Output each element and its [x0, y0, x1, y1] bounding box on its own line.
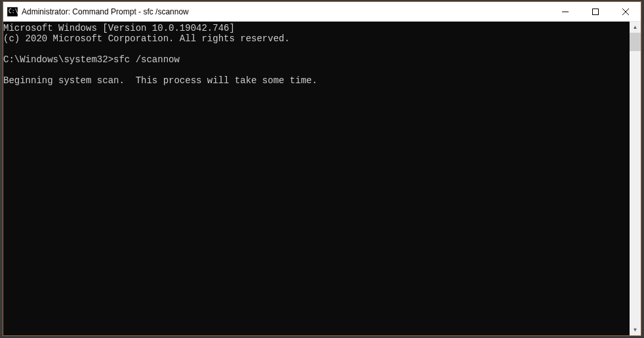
terminal-area: Microsoft Windows [Version 10.0.19042.74…: [3, 22, 641, 335]
window-controls: [550, 2, 641, 21]
terminal-command: sfc /scannow: [113, 54, 180, 65]
close-button[interactable]: [611, 2, 641, 21]
chevron-down-icon: ▼: [633, 327, 638, 333]
terminal-output[interactable]: Microsoft Windows [Version 10.0.19042.74…: [3, 22, 630, 335]
terminal-line: (c) 2020 Microsoft Corporation. All righ…: [3, 33, 290, 44]
scrollbar-up-button[interactable]: ▲: [630, 22, 641, 33]
maximize-button[interactable]: [580, 2, 611, 21]
terminal-line: Microsoft Windows [Version 10.0.19042.74…: [3, 23, 235, 33]
scrollbar-thumb[interactable]: [630, 33, 641, 51]
titlebar[interactable]: C:\ Administrator: Command Prompt - sfc …: [3, 2, 641, 22]
minimize-button[interactable]: [550, 2, 580, 21]
window-title: Administrator: Command Prompt - sfc /sca…: [22, 7, 550, 16]
minimize-icon: [562, 9, 569, 15]
cmd-icon: C:\: [7, 7, 18, 17]
svg-rect-3: [593, 9, 599, 14]
maximize-icon: [592, 9, 599, 15]
command-prompt-window: C:\ Administrator: Command Prompt - sfc …: [3, 1, 641, 336]
scrollbar-down-button[interactable]: ▼: [630, 324, 641, 335]
vertical-scrollbar[interactable]: ▲ ▼: [630, 22, 641, 335]
terminal-prompt: C:\Windows\system32>: [3, 54, 113, 65]
svg-text:C:\: C:\: [9, 9, 18, 14]
chevron-up-icon: ▲: [633, 24, 638, 30]
close-icon: [622, 9, 629, 15]
terminal-line: Beginning system scan. This process will…: [3, 75, 317, 86]
